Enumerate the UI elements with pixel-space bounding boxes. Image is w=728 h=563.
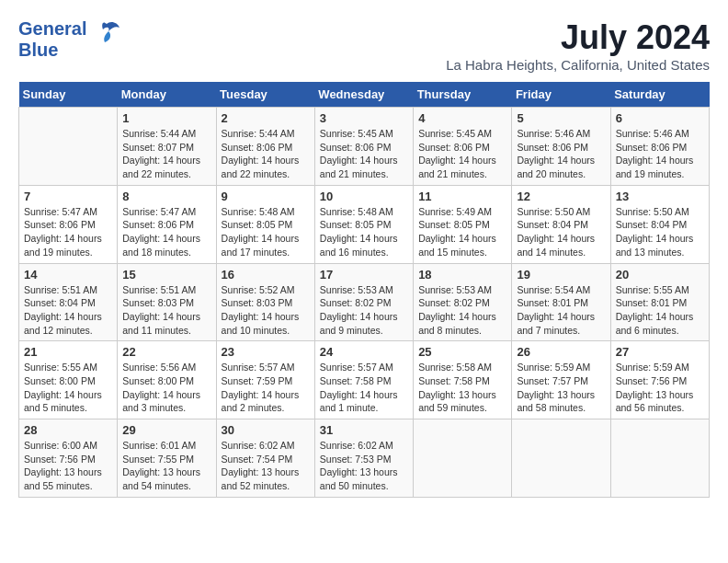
calendar-cell: 13Sunrise: 5:50 AM Sunset: 8:04 PM Dayli… xyxy=(610,185,709,263)
day-header-wednesday: Wednesday xyxy=(314,82,413,108)
calendar-cell: 4Sunrise: 5:45 AM Sunset: 8:06 PM Daylig… xyxy=(414,108,512,186)
day-info: Sunrise: 5:45 AM Sunset: 8:06 PM Dayligh… xyxy=(418,127,506,181)
day-number: 10 xyxy=(320,190,408,203)
calendar-cell xyxy=(610,419,709,498)
day-number: 12 xyxy=(517,190,605,203)
day-number: 27 xyxy=(616,345,704,359)
calendar-cell: 29Sunrise: 6:01 AM Sunset: 7:55 PM Dayli… xyxy=(118,419,216,498)
day-number: 9 xyxy=(222,190,310,203)
day-header-friday: Friday xyxy=(512,82,610,108)
day-info: Sunrise: 5:56 AM Sunset: 8:00 PM Dayligh… xyxy=(122,361,210,415)
calendar-table: SundayMondayTuesdayWednesdayThursdayFrid… xyxy=(18,82,710,498)
calendar-cell: 31Sunrise: 6:02 AM Sunset: 7:53 PM Dayli… xyxy=(314,419,413,498)
calendar-week-5: 28Sunrise: 6:00 AM Sunset: 7:56 PM Dayli… xyxy=(19,419,710,498)
calendar-cell: 19Sunrise: 5:54 AM Sunset: 8:01 PM Dayli… xyxy=(512,263,610,341)
day-info: Sunrise: 5:44 AM Sunset: 8:07 PM Dayligh… xyxy=(122,127,210,181)
day-number: 20 xyxy=(616,268,704,282)
calendar-cell: 24Sunrise: 5:57 AM Sunset: 7:58 PM Dayli… xyxy=(314,341,413,419)
day-number: 5 xyxy=(517,111,605,125)
day-number: 11 xyxy=(418,190,506,203)
calendar-cell: 15Sunrise: 5:51 AM Sunset: 8:03 PM Dayli… xyxy=(118,263,216,341)
day-info: Sunrise: 5:53 AM Sunset: 8:02 PM Dayligh… xyxy=(418,283,506,338)
day-info: Sunrise: 6:00 AM Sunset: 7:56 PM Dayligh… xyxy=(24,439,112,493)
day-info: Sunrise: 6:02 AM Sunset: 7:54 PM Dayligh… xyxy=(222,439,310,493)
day-info: Sunrise: 5:46 AM Sunset: 8:06 PM Dayligh… xyxy=(616,127,704,181)
calendar-week-1: 1Sunrise: 5:44 AM Sunset: 8:07 PM Daylig… xyxy=(19,108,710,186)
calendar-cell: 18Sunrise: 5:53 AM Sunset: 8:02 PM Dayli… xyxy=(414,263,512,341)
day-info: Sunrise: 5:59 AM Sunset: 7:56 PM Dayligh… xyxy=(616,361,704,415)
day-info: Sunrise: 5:50 AM Sunset: 8:04 PM Dayligh… xyxy=(616,205,704,259)
day-number: 22 xyxy=(122,345,210,359)
location: La Habra Heights, California, United Sta… xyxy=(446,57,710,73)
calendar-cell: 8Sunrise: 5:47 AM Sunset: 8:06 PM Daylig… xyxy=(118,185,216,263)
day-info: Sunrise: 5:48 AM Sunset: 8:05 PM Dayligh… xyxy=(222,205,310,259)
calendar-cell: 22Sunrise: 5:56 AM Sunset: 8:00 PM Dayli… xyxy=(118,341,216,419)
day-number: 7 xyxy=(24,190,112,203)
calendar-header-row: SundayMondayTuesdayWednesdayThursdayFrid… xyxy=(19,82,710,108)
day-number: 29 xyxy=(122,423,210,437)
calendar-cell: 23Sunrise: 5:57 AM Sunset: 7:59 PM Dayli… xyxy=(216,341,314,419)
calendar-cell xyxy=(19,108,118,186)
day-header-saturday: Saturday xyxy=(610,82,709,108)
day-info: Sunrise: 5:50 AM Sunset: 8:04 PM Dayligh… xyxy=(517,205,605,259)
header: General Blue July 2024 La Habra Heights,… xyxy=(18,18,710,73)
day-info: Sunrise: 5:52 AM Sunset: 8:03 PM Dayligh… xyxy=(222,283,310,338)
day-info: Sunrise: 6:01 AM Sunset: 7:55 PM Dayligh… xyxy=(122,439,210,493)
day-number: 16 xyxy=(222,268,310,282)
day-header-tuesday: Tuesday xyxy=(216,82,314,108)
calendar-cell: 1Sunrise: 5:44 AM Sunset: 8:07 PM Daylig… xyxy=(118,108,216,186)
day-info: Sunrise: 5:51 AM Sunset: 8:04 PM Dayligh… xyxy=(24,283,112,338)
day-number: 6 xyxy=(616,111,704,125)
calendar-cell: 20Sunrise: 5:55 AM Sunset: 8:01 PM Dayli… xyxy=(610,263,709,341)
calendar-cell: 27Sunrise: 5:59 AM Sunset: 7:56 PM Dayli… xyxy=(610,341,709,419)
day-number: 2 xyxy=(222,111,310,125)
day-info: Sunrise: 5:51 AM Sunset: 8:03 PM Dayligh… xyxy=(122,283,210,338)
day-number: 14 xyxy=(24,268,112,282)
calendar-cell: 2Sunrise: 5:44 AM Sunset: 8:06 PM Daylig… xyxy=(216,108,314,186)
calendar-cell: 7Sunrise: 5:47 AM Sunset: 8:06 PM Daylig… xyxy=(19,185,118,263)
day-info: Sunrise: 5:59 AM Sunset: 7:57 PM Dayligh… xyxy=(517,361,605,415)
calendar-week-3: 14Sunrise: 5:51 AM Sunset: 8:04 PM Dayli… xyxy=(19,263,710,341)
logo-bird-icon xyxy=(90,17,123,56)
title-section: July 2024 La Habra Heights, California, … xyxy=(446,18,710,73)
day-number: 1 xyxy=(122,111,210,125)
month-year: July 2024 xyxy=(446,18,710,57)
day-info: Sunrise: 5:48 AM Sunset: 8:05 PM Dayligh… xyxy=(320,205,408,259)
day-number: 21 xyxy=(24,345,112,359)
day-number: 28 xyxy=(24,423,112,437)
calendar-cell: 17Sunrise: 5:53 AM Sunset: 8:02 PM Dayli… xyxy=(314,263,413,341)
day-info: Sunrise: 5:45 AM Sunset: 8:06 PM Dayligh… xyxy=(320,127,408,181)
calendar-cell xyxy=(512,419,610,498)
calendar-week-4: 21Sunrise: 5:55 AM Sunset: 8:00 PM Dayli… xyxy=(19,341,710,419)
day-info: Sunrise: 5:58 AM Sunset: 7:58 PM Dayligh… xyxy=(418,361,506,415)
day-info: Sunrise: 5:49 AM Sunset: 8:05 PM Dayligh… xyxy=(418,205,506,259)
day-number: 19 xyxy=(517,268,605,282)
logo: General Blue xyxy=(18,18,123,61)
day-number: 4 xyxy=(418,111,506,125)
logo-general: General xyxy=(18,18,86,40)
day-info: Sunrise: 5:57 AM Sunset: 7:58 PM Dayligh… xyxy=(320,361,408,415)
calendar-cell: 16Sunrise: 5:52 AM Sunset: 8:03 PM Dayli… xyxy=(216,263,314,341)
day-number: 25 xyxy=(418,345,506,359)
calendar-cell: 11Sunrise: 5:49 AM Sunset: 8:05 PM Dayli… xyxy=(414,185,512,263)
day-number: 15 xyxy=(122,268,210,282)
calendar-cell: 26Sunrise: 5:59 AM Sunset: 7:57 PM Dayli… xyxy=(512,341,610,419)
calendar-cell: 21Sunrise: 5:55 AM Sunset: 8:00 PM Dayli… xyxy=(19,341,118,419)
day-header-monday: Monday xyxy=(118,82,216,108)
day-number: 13 xyxy=(616,190,704,203)
day-number: 23 xyxy=(222,345,310,359)
calendar-cell: 12Sunrise: 5:50 AM Sunset: 8:04 PM Dayli… xyxy=(512,185,610,263)
day-number: 18 xyxy=(418,268,506,282)
calendar-cell xyxy=(414,419,512,498)
day-info: Sunrise: 5:53 AM Sunset: 8:02 PM Dayligh… xyxy=(320,283,408,338)
day-info: Sunrise: 5:47 AM Sunset: 8:06 PM Dayligh… xyxy=(122,205,210,259)
calendar-cell: 6Sunrise: 5:46 AM Sunset: 8:06 PM Daylig… xyxy=(610,108,709,186)
calendar-cell: 9Sunrise: 5:48 AM Sunset: 8:05 PM Daylig… xyxy=(216,185,314,263)
logo-blue: Blue xyxy=(18,40,58,61)
day-info: Sunrise: 5:54 AM Sunset: 8:01 PM Dayligh… xyxy=(517,283,605,338)
day-number: 26 xyxy=(517,345,605,359)
day-info: Sunrise: 5:57 AM Sunset: 7:59 PM Dayligh… xyxy=(222,361,310,415)
calendar-cell: 28Sunrise: 6:00 AM Sunset: 7:56 PM Dayli… xyxy=(19,419,118,498)
day-info: Sunrise: 5:47 AM Sunset: 8:06 PM Dayligh… xyxy=(24,205,112,259)
day-number: 30 xyxy=(222,423,310,437)
